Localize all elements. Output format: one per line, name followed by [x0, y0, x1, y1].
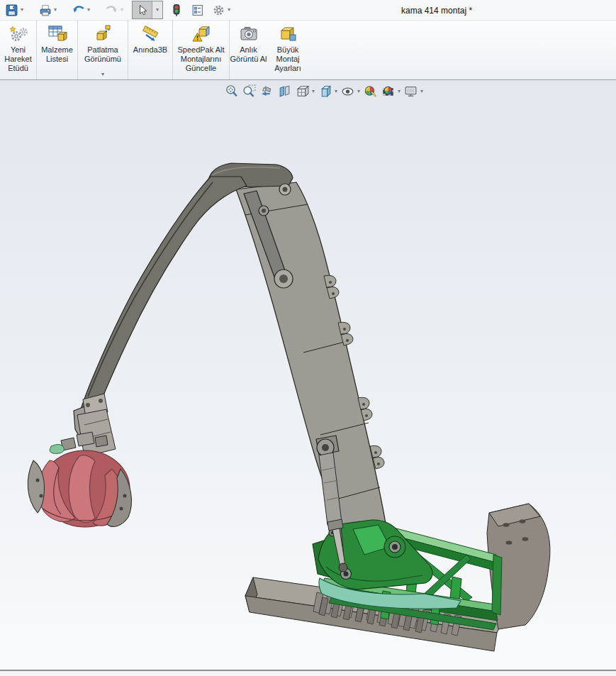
display-style-button[interactable]	[316, 83, 334, 99]
speedpak-update-button[interactable]: SpeedPak Alt Montajlarını Güncelle	[173, 21, 229, 79]
ribbon-button-label: Yeni Hareket Etüdü	[0, 45, 36, 73]
save-icon	[5, 4, 18, 17]
apply-scene-button[interactable]	[379, 83, 397, 99]
select-cursor-icon	[136, 4, 149, 16]
heads-up-view-toolbar: ▾ ▾ ▾	[223, 82, 425, 100]
bill-of-materials-list-button[interactable]: Malzeme Listesi	[37, 21, 77, 79]
options-gear-icon	[212, 4, 225, 17]
exploded-view-icon	[91, 23, 114, 45]
display-style-dropdown-caret[interactable]: ▾	[335, 89, 337, 94]
zoom-to-area-icon	[242, 84, 257, 99]
edit-appearance-icon	[363, 84, 378, 99]
command-manager-ribbon: Yeni Hareket Etüdü Malzeme Listesi Patla…	[0, 21, 616, 80]
status-bar-strip	[0, 670, 616, 676]
options-button[interactable]	[211, 1, 226, 18]
ribbon-button-label: Patlatma Görünümü	[78, 45, 128, 64]
redo-icon	[105, 4, 118, 17]
edit-appearance-button[interactable]	[362, 83, 379, 99]
undo-dropdown-caret[interactable]: ▾	[87, 7, 90, 13]
view-orientation-button[interactable]	[293, 83, 311, 99]
view-settings-button[interactable]	[402, 83, 420, 99]
save-dropdown-caret[interactable]: ▾	[21, 7, 23, 13]
ribbon-button-label: Anında3B	[133, 45, 167, 55]
zoom-to-fit-icon	[224, 84, 239, 99]
display-style-icon	[318, 84, 332, 99]
motion-study-icon	[7, 23, 30, 45]
apply-scene-icon	[381, 84, 396, 99]
ribbon-button-label: Malzeme Listesi	[37, 45, 77, 64]
select-dropdown-caret[interactable]: ▾	[152, 1, 162, 18]
zoom-to-area-button[interactable]	[240, 83, 258, 99]
options-dropdown-caret[interactable]: ▾	[228, 7, 230, 13]
view-settings-dropdown-caret[interactable]: ▾	[420, 89, 423, 94]
view-orientation-icon	[295, 84, 310, 99]
bill-of-materials-icon	[191, 4, 204, 17]
ribbon-button-label: Anlık Görüntü Al	[230, 45, 267, 64]
bill-of-materials-button[interactable]	[190, 1, 205, 18]
save-button[interactable]	[4, 1, 19, 18]
window-title: kama 414 montaj *	[401, 0, 472, 21]
exploded-view-button[interactable]: Patlatma Görünümü ▾	[78, 21, 128, 79]
print-button[interactable]	[38, 1, 52, 18]
model-viewport-canvas[interactable]	[0, 80, 616, 670]
large-assembly-icon	[276, 23, 299, 45]
instant3d-ruler-icon	[139, 23, 162, 45]
hide-show-items-icon	[340, 84, 355, 99]
new-motion-study-button[interactable]: Yeni Hareket Etüdü	[0, 21, 36, 79]
select-tool-button[interactable]: ▾	[132, 1, 163, 19]
view-orientation-dropdown-caret[interactable]: ▾	[312, 89, 315, 94]
print-icon	[38, 4, 52, 17]
graphics-viewport[interactable]: ▾ ▾ ▾	[0, 80, 616, 670]
previous-view-icon	[259, 84, 274, 99]
previous-view-button[interactable]	[258, 83, 276, 99]
ribbon-button-label: SpeedPak Alt Montajlarını Güncelle	[173, 45, 229, 73]
hide-show-items-button[interactable]	[339, 83, 357, 99]
take-snapshot-button[interactable]: Anlık Görüntü Al	[230, 21, 267, 79]
instant3d-button[interactable]: Anında3B	[128, 21, 172, 79]
section-view-icon	[277, 84, 292, 99]
top-toolbar: ▾ ▾ ▾ ▾ ▾	[0, 0, 616, 21]
rebuild-traffic-light-icon	[170, 4, 183, 17]
speedpak-update-icon	[190, 23, 213, 45]
undo-button[interactable]	[71, 1, 86, 18]
hide-show-items-dropdown-caret[interactable]: ▾	[357, 89, 360, 94]
bill-of-materials-table-icon	[46, 23, 69, 45]
redo-dropdown-caret[interactable]: ▾	[121, 7, 123, 13]
redo-button[interactable]	[104, 1, 119, 18]
section-view-button[interactable]	[276, 83, 293, 99]
rebuild-button[interactable]	[169, 1, 184, 18]
apply-scene-dropdown-caret[interactable]: ▾	[398, 89, 401, 94]
undo-icon	[72, 4, 85, 17]
zoom-to-fit-button[interactable]	[223, 83, 240, 99]
exploded-view-dropdown-caret[interactable]: ▾	[101, 70, 104, 79]
large-assembly-settings-button[interactable]: Büyük Montaj Ayarları	[267, 21, 308, 79]
print-dropdown-caret[interactable]: ▾	[54, 7, 57, 13]
ribbon-button-label: Büyük Montaj Ayarları	[267, 45, 308, 73]
view-settings-icon	[403, 84, 418, 99]
snapshot-camera-icon	[237, 23, 260, 45]
